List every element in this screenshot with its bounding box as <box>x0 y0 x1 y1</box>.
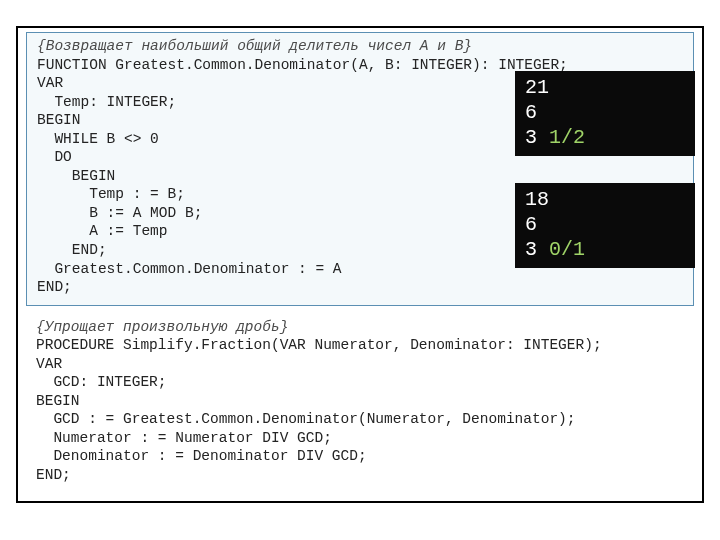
console-text: 3 <box>525 126 549 149</box>
comment-gcd: {Возвращает наибольший общий делитель чи… <box>37 37 683 56</box>
console-text-highlight: 0/1 <box>549 238 585 261</box>
console-line: 6 <box>525 212 681 237</box>
console-line: 3 1/2 <box>525 125 681 150</box>
console-line: 6 <box>525 100 681 125</box>
comment-simplify: {Упрощает произвольную дробь} <box>36 318 684 337</box>
console-line: 18 <box>525 187 681 212</box>
code-line: Denominator : = Denominator DIV GCD; <box>36 447 684 466</box>
code-block-gcd: {Возвращает наибольший общий делитель чи… <box>26 32 694 306</box>
code-line: GCD : = Greatest.Common.Denominator(Nume… <box>36 410 684 429</box>
console-text-highlight: 1/2 <box>549 126 585 149</box>
console-output-1: 21 6 3 1/2 <box>515 71 695 156</box>
console-output-2: 18 6 3 0/1 <box>515 183 695 268</box>
code-line: GCD: INTEGER; <box>36 373 684 392</box>
console-line: 3 0/1 <box>525 237 681 262</box>
console-text: 3 <box>525 238 549 261</box>
code-line: END; <box>36 466 684 485</box>
slide-frame: {Возвращает наибольший общий делитель чи… <box>16 26 704 503</box>
code-line: END; <box>37 278 683 297</box>
code-block-simplify: {Упрощает произвольную дробь} PROCEDURE … <box>26 316 694 491</box>
code-line: PROCEDURE Simplify.Fraction(VAR Numerato… <box>36 336 684 355</box>
console-line: 21 <box>525 75 681 100</box>
code-line: BEGIN <box>36 392 684 411</box>
code-line: Numerator : = Numerator DIV GCD; <box>36 429 684 448</box>
code-line: VAR <box>36 355 684 374</box>
